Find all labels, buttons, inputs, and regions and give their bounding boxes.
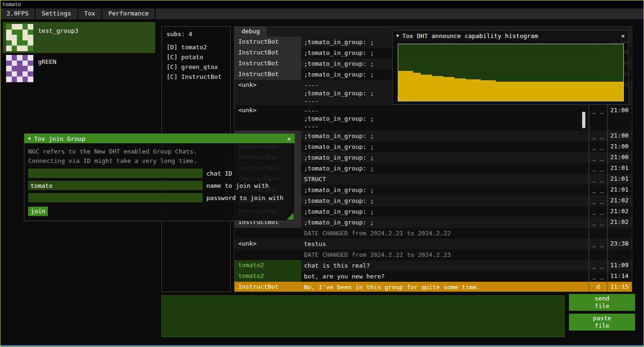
- histogram-bar: [428, 75, 432, 101]
- message-time: 21:00: [607, 105, 632, 131]
- join-window-titlebar[interactable]: ▼ Tox join Group ✕: [24, 134, 295, 143]
- histogram-bar: [548, 82, 552, 101]
- group-avatar: [6, 24, 33, 51]
- member-green_qtox[interactable]: [C] green_qtox: [162, 62, 230, 72]
- histogram-bar: [488, 80, 492, 101]
- histogram-bar: [458, 78, 462, 101]
- histogram-bar: [417, 73, 421, 101]
- close-icon[interactable]: ✕: [287, 135, 291, 142]
- histogram-bar: [443, 77, 447, 101]
- histogram-bar: [409, 71, 413, 101]
- histogram-bar: [515, 82, 518, 101]
- menu-item-settings[interactable]: Settings: [36, 8, 78, 19]
- date-changed-text: DATE CHANGED from 2024.2.21 to 2024.2.22: [301, 228, 589, 239]
- join-name-input[interactable]: [28, 181, 203, 190]
- close-icon[interactable]: ✕: [621, 32, 625, 39]
- histogram-window-title: Tox DHT announce capability histogram: [402, 32, 538, 39]
- histogram-bar: [496, 82, 500, 101]
- message-flags: _ _: [589, 260, 607, 271]
- field-label: name to join with: [206, 182, 269, 189]
- member-tomato2[interactable]: [D] tomato2: [162, 42, 230, 52]
- collapse-icon[interactable]: ▼: [396, 33, 399, 38]
- group-name: test_group3: [38, 27, 78, 34]
- message-flags: _ _: [589, 239, 607, 249]
- histogram-window-titlebar[interactable]: ▼ Tox DHT announce capability histogram …: [393, 31, 629, 41]
- message-text: ;tomato_in_group: ;: [301, 206, 589, 217]
- fps-counter: 2.0FPS: [0, 8, 36, 19]
- message-time: 21:01: [607, 174, 632, 185]
- histogram-bar: [492, 80, 496, 101]
- paste-file-button[interactable]: paste file: [569, 314, 635, 331]
- chat-row: InstructBotNo, I've been in this group f…: [235, 282, 632, 292]
- histogram-bar: [402, 71, 406, 101]
- join-fields: chat IDname to join withpassword to join…: [28, 169, 291, 202]
- histogram-bar: [556, 82, 560, 101]
- join-group-window: ▼ Tox join Group ✕ NGC refers to the New…: [24, 133, 295, 221]
- message-flags: _ _: [589, 271, 607, 282]
- message-text: ;tomato_in_group: ;: [301, 195, 589, 206]
- message-time: 21:01: [607, 163, 632, 174]
- histogram-bar: [593, 82, 597, 101]
- field-label: chat ID: [206, 170, 232, 177]
- message-time: 23:38: [607, 239, 632, 249]
- histogram-bar: [582, 82, 586, 101]
- message-text: ;tomato_in_group: ;: [301, 217, 589, 228]
- group-item-test_group3[interactable]: test_group3: [3, 22, 155, 53]
- histogram-bar: [616, 82, 620, 101]
- message-text: ;tomato_in_group: ;: [301, 185, 589, 195]
- resize-grip[interactable]: [287, 213, 294, 220]
- sender-name: InstructBot: [235, 37, 301, 47]
- histogram-bar: [545, 82, 548, 101]
- message-flags: _ _: [589, 217, 607, 228]
- message-time: 11:14: [607, 271, 632, 282]
- message-time: 21:02: [607, 195, 632, 206]
- histogram-bar: [473, 79, 477, 101]
- join-info-line1: NGC refers to the New DHT enabled Group …: [28, 147, 291, 156]
- message-input[interactable]: [161, 295, 565, 337]
- collapse-icon[interactable]: ▼: [28, 136, 30, 141]
- sender-name: [235, 228, 301, 239]
- histogram-bar: [608, 82, 612, 101]
- sender-name: InstructBot: [235, 47, 301, 58]
- sender-name: <unk>: [235, 239, 301, 249]
- histogram-bar: [533, 82, 537, 101]
- histogram-bar: [522, 82, 526, 101]
- chat-scrollbar-thumb[interactable]: [582, 112, 585, 128]
- histogram-bar: [439, 76, 443, 101]
- group-sidebar: test_group3gREEN: [3, 22, 155, 84]
- send-file-button[interactable]: send file: [569, 294, 635, 311]
- histogram-bar: [500, 82, 503, 101]
- chat-id-input[interactable]: [28, 169, 203, 178]
- app-window: tomato 2.0FPS SettingsToxPerformance tes…: [0, 0, 644, 347]
- member-potato[interactable]: [C] potato: [162, 52, 230, 62]
- histogram-bar: [541, 82, 545, 101]
- menu-item-performance[interactable]: Performance: [102, 8, 156, 19]
- tab-debug[interactable]: debug: [235, 27, 267, 37]
- sender-name: InstructBot: [235, 69, 301, 80]
- histogram-bar: [586, 82, 590, 101]
- member-InstructBot[interactable]: [C] InstructBot: [162, 72, 230, 82]
- histogram-bar: [451, 77, 455, 101]
- message-text: testus: [301, 239, 589, 249]
- histogram-bar: [503, 82, 507, 101]
- histogram-bar: [485, 80, 488, 101]
- field-row: chat ID: [28, 169, 291, 178]
- message-text: STRUCT: [301, 174, 589, 185]
- join-button[interactable]: join: [28, 207, 48, 216]
- message-text: ---- ;tomato_in_group: ; ----: [301, 105, 589, 131]
- histogram-bar: [518, 82, 522, 101]
- histogram-bar: [552, 82, 556, 101]
- histogram-bar: [597, 82, 601, 101]
- join-password-input[interactable]: [28, 193, 203, 202]
- sender-name: InstructBot: [235, 58, 301, 69]
- sender-name: tomato2: [235, 260, 301, 271]
- message-text: No, I've been in this group for quite so…: [301, 282, 589, 292]
- menu-items: SettingsToxPerformance: [36, 8, 156, 19]
- histogram-bar: [575, 82, 578, 101]
- message-text: ;tomato_in_group: ;: [301, 152, 589, 163]
- group-avatar: [6, 55, 33, 82]
- histogram-bar: [455, 78, 458, 101]
- menu-item-tox[interactable]: Tox: [78, 8, 102, 19]
- group-name: gREEN: [38, 58, 56, 65]
- group-item-gREEN[interactable]: gREEN: [3, 53, 155, 84]
